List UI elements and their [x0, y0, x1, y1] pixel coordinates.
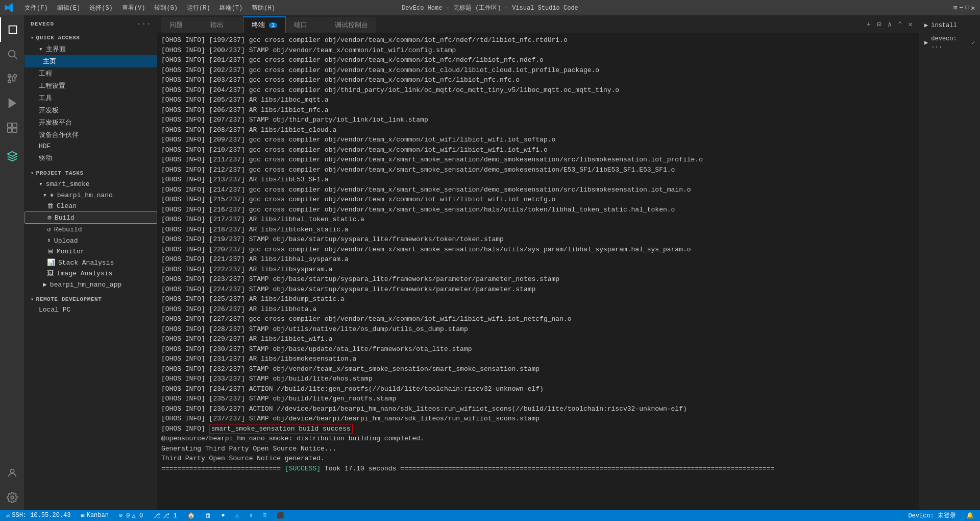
- terminal-notice-line: Third Party Open Source Notice generated…: [161, 454, 915, 464]
- menu-run[interactable]: 运行(R): [183, 2, 214, 14]
- task-upload[interactable]: ⬆ Upload: [24, 235, 157, 246]
- errors-status[interactable]: ⊘ 0 △ 0: [117, 510, 145, 521]
- menu-select[interactable]: 选择(S): [85, 2, 117, 14]
- quick-access-section[interactable]: ▾ QUICK ACCESS: [24, 33, 157, 43]
- pin-icon: ♦: [50, 192, 54, 199]
- sidebar-item-hdf-label: HDF: [39, 143, 51, 150]
- task-stack-analysis[interactable]: 📊 Stack Analysis: [24, 257, 157, 268]
- sidebar-content: ▾ QUICK ACCESS ▾ 主界面 主页 工程 工程设置 工具 开发板: [24, 33, 157, 510]
- tab-terminal-label: 终端: [252, 20, 265, 30]
- list-status[interactable]: ≡: [261, 510, 268, 521]
- project-tasks-chevron: ▾: [31, 170, 34, 176]
- sidebar-item-devboard[interactable]: 开发板: [24, 104, 157, 116]
- remote-dev-section[interactable]: ▾ REMOTE DEVELOPMENT: [24, 294, 157, 304]
- sidebar-item-devboard-platform-label: 开发板平台: [39, 118, 72, 127]
- download-status[interactable]: ⬇: [247, 510, 255, 521]
- task-clean[interactable]: 🗑 Clean: [24, 201, 157, 211]
- sidebar-item-home[interactable]: 主页: [24, 55, 157, 67]
- sidebar-item-device-partner[interactable]: 设备合作伙伴: [24, 129, 157, 141]
- menu-terminal[interactable]: 终端(T): [215, 2, 247, 14]
- notification-icon-status[interactable]: 🔔: [964, 510, 976, 521]
- menu-edit[interactable]: 编辑(E): [53, 2, 85, 14]
- device-bearpi[interactable]: ▾ ♦ bearpi_hm_nano: [24, 190, 157, 201]
- menu-view[interactable]: 查看(V): [118, 2, 150, 14]
- tab-ports[interactable]: 端口: [286, 17, 327, 33]
- sidebar-item-devboard-platform[interactable]: 开发板平台: [24, 116, 157, 129]
- sync-status[interactable]: 🏠: [185, 510, 197, 521]
- layout-icon[interactable]: ⊞: [952, 0, 959, 15]
- maximize-icon[interactable]: □: [964, 0, 970, 15]
- terminal-line: [OHOS INFO] [230/237] STAMP obj/base/upd…: [161, 344, 915, 354]
- task-image-analysis[interactable]: 🖼 Image Analysis: [24, 268, 157, 279]
- tab-bar: 问题 输出 终端 1 端口 调试控制台 + ⊡ ∧ ⌃ ✕: [157, 15, 919, 33]
- sidebar-item-tools[interactable]: 工具: [24, 92, 157, 104]
- sidebar-item-home-label: 主页: [43, 57, 56, 66]
- activity-debug[interactable]: [0, 91, 24, 115]
- task-monitor[interactable]: 🖥 Monitor: [24, 246, 157, 257]
- warning-status[interactable]: ⚠: [233, 510, 241, 521]
- split-terminal-button[interactable]: ⊡: [875, 19, 883, 30]
- task-rebuild[interactable]: ↺ Rebuild: [24, 224, 157, 235]
- tab-output[interactable]: 输出: [202, 17, 243, 33]
- bearpi-app-item[interactable]: ▶ bearpi_hm_nano_app: [24, 279, 157, 290]
- activity-settings[interactable]: [0, 485, 24, 510]
- terminal-line: [OHOS INFO] [214/237] gcc cross compiler…: [161, 185, 915, 195]
- deveco-status[interactable]: DevEco: 未登录: [906, 510, 958, 521]
- activity-extensions[interactable]: [0, 115, 24, 140]
- sidebar-item-project[interactable]: 工程: [24, 67, 157, 80]
- terminal-line: [OHOS INFO] [212/237] gcc cross compiler…: [161, 165, 915, 175]
- circle-status[interactable]: ●: [219, 510, 227, 521]
- activity-account[interactable]: [0, 461, 24, 485]
- close-icon[interactable]: ✕: [970, 0, 976, 15]
- activity-explorer[interactable]: [0, 17, 24, 42]
- terminal-line: [OHOS INFO] [209/237] gcc cross compiler…: [161, 135, 915, 145]
- terminal-line: [OHOS INFO] [203/237] gcc cross compiler…: [161, 75, 915, 85]
- new-terminal-button[interactable]: +: [865, 19, 873, 30]
- tab-debug-console[interactable]: 调试控制台: [327, 17, 376, 33]
- terminal-line: [OHOS INFO] [210/237] gcc cross compiler…: [161, 145, 915, 155]
- activity-search[interactable]: [0, 42, 24, 66]
- terminal-content[interactable]: [OHOS INFO] [199/237] gcc cross compiler…: [157, 33, 919, 510]
- sidebar-item-project-settings[interactable]: 工程设置: [24, 80, 157, 92]
- ssh-status[interactable]: ⇌ SSH: 10.55.20.43: [4, 510, 72, 521]
- terminal-actions-more[interactable]: ∧: [886, 19, 894, 30]
- sidebar-item-main-ui[interactable]: ▾ 主界面: [24, 43, 157, 55]
- task-clean-label: Clean: [57, 202, 77, 210]
- close-panel-button[interactable]: ✕: [906, 19, 915, 30]
- monitor-icon: 🖥: [47, 248, 54, 255]
- task-build[interactable]: ⚙ Build: [24, 211, 157, 224]
- sidebar-more-button[interactable]: ···: [136, 19, 151, 29]
- remote-dev-chevron: ▾: [31, 296, 34, 302]
- minimize-icon[interactable]: −: [959, 0, 965, 15]
- terminal-expand-button[interactable]: ⌃: [896, 19, 904, 30]
- circle-icon: ●: [222, 512, 225, 519]
- trash-status[interactable]: 🗑: [203, 510, 213, 521]
- status-bar-left: ⇌ SSH: 10.55.20.43 ⊞ Kanban ⊘ 0 △ 0 ⎇ ⎇ …: [4, 510, 286, 521]
- menu-goto[interactable]: 转到(G): [150, 2, 182, 14]
- kanban-status[interactable]: ⊞ Kanban: [79, 510, 110, 521]
- git-status[interactable]: ⎇ ⎇ 1: [151, 510, 179, 521]
- tab-problems[interactable]: 问题: [161, 17, 202, 33]
- sidebar-item-driver[interactable]: 驱动: [24, 152, 157, 164]
- sidebar: DEVECO ··· ▾ QUICK ACCESS ▾ 主界面 主页 工程 工程…: [24, 15, 157, 510]
- status-bar: ⇌ SSH: 10.55.20.43 ⊞ Kanban ⊘ 0 △ 0 ⎇ ⎇ …: [0, 510, 980, 521]
- menu-help[interactable]: 帮助(H): [248, 2, 279, 14]
- download-icon: ⬇: [249, 512, 253, 519]
- tab-terminal[interactable]: 终端 1: [243, 16, 286, 33]
- terminal-status[interactable]: ⬛: [275, 510, 286, 521]
- local-pc-item[interactable]: Local PC: [24, 304, 157, 315]
- terminal-line: [OHOS INFO] [216/237] gcc cross compiler…: [161, 205, 915, 215]
- menu-file[interactable]: 文件(F): [20, 2, 52, 14]
- task-build-label: Build: [55, 214, 75, 222]
- activity-git[interactable]: [0, 66, 24, 91]
- project-tasks-section[interactable]: ▾ PROJECT TASKS: [24, 168, 157, 178]
- terminal-line: [OHOS INFO] [211/237] gcc cross compiler…: [161, 155, 915, 165]
- sidebar-item-hdf[interactable]: HDF: [24, 141, 157, 152]
- right-panel-install[interactable]: ▶ install: [921, 19, 978, 31]
- list-icon: ≡: [263, 512, 266, 519]
- errors-label: ⊘ 0: [119, 512, 130, 519]
- project-smart-smoke[interactable]: ▾ smart_smoke: [24, 178, 157, 190]
- activity-deveco[interactable]: [0, 144, 24, 169]
- right-panel-deveco[interactable]: ▶ deveco: ... ✓: [921, 33, 978, 52]
- warnings-label: △ 0: [132, 512, 143, 519]
